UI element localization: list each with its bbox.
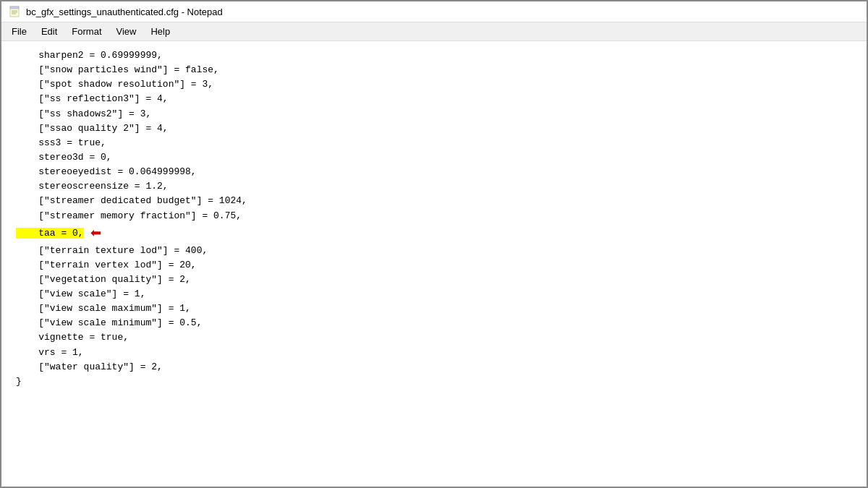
code-line: ["streamer memory fraction"] = 0.75, bbox=[16, 209, 852, 223]
code-line: taa = 0, ⬅ bbox=[16, 223, 852, 244]
code-line: } bbox=[16, 374, 852, 389]
code-line: stereoscreensize = 1.2, bbox=[16, 179, 852, 194]
code-line: ["spot shadow resolution"] = 3, bbox=[16, 77, 852, 92]
code-line: ["terrain texture lod"] = 400, bbox=[16, 244, 852, 258]
code-line: ["view scale maximum"] = 1, bbox=[16, 301, 852, 316]
code-line: ["ss reflection3"] = 4, bbox=[16, 92, 852, 106]
title-bar: bc_gfx_settings_unauthenticated.cfg - No… bbox=[1, 1, 867, 22]
code-line: ["terrain vertex lod"] = 20, bbox=[16, 258, 852, 273]
menu-help[interactable]: Help bbox=[143, 24, 177, 39]
notepad-icon bbox=[9, 6, 20, 17]
text-content-area[interactable]: sharpen2 = 0.69999999, ["snow particles … bbox=[1, 41, 867, 487]
code-line: ["ss shadows2"] = 3, bbox=[16, 107, 852, 121]
code-line: ["streamer dedicated budget"] = 1024, bbox=[16, 194, 852, 208]
menu-file[interactable]: File bbox=[4, 24, 34, 39]
code-line: ["view scale"] = 1, bbox=[16, 287, 852, 301]
code-line: ["water quality"] = 2, bbox=[16, 360, 852, 374]
svg-rect-1 bbox=[10, 7, 19, 9]
notepad-window: bc_gfx_settings_unauthenticated.cfg - No… bbox=[0, 0, 868, 488]
code-line: ["snow particles wind"] = false, bbox=[16, 63, 852, 77]
menu-view[interactable]: View bbox=[109, 24, 144, 39]
window-title: bc_gfx_settings_unauthenticated.cfg - No… bbox=[26, 7, 223, 17]
code-line: vrs = 1, bbox=[16, 346, 852, 360]
menu-bar: File Edit Format View Help bbox=[1, 22, 867, 41]
code-line: sharpen2 = 0.69999999, bbox=[16, 48, 852, 63]
code-line: stereo3d = 0, bbox=[16, 150, 852, 165]
code-line: stereoeyedist = 0.064999998, bbox=[16, 165, 852, 179]
red-arrow-icon: ⬅ bbox=[87, 223, 101, 244]
highlighted-text: taa = 0, bbox=[16, 228, 84, 239]
code-line: vignette = true, bbox=[16, 330, 852, 345]
code-line: ["view scale minimum"] = 0.5, bbox=[16, 316, 852, 330]
code-line: ["ssao quality 2"] = 4, bbox=[16, 121, 852, 136]
code-line: sss3 = true, bbox=[16, 136, 852, 150]
menu-format[interactable]: Format bbox=[64, 24, 109, 39]
code-lines: sharpen2 = 0.69999999, ["snow particles … bbox=[16, 48, 852, 389]
menu-edit[interactable]: Edit bbox=[34, 24, 64, 39]
code-line: ["vegetation quality"] = 2, bbox=[16, 273, 852, 287]
